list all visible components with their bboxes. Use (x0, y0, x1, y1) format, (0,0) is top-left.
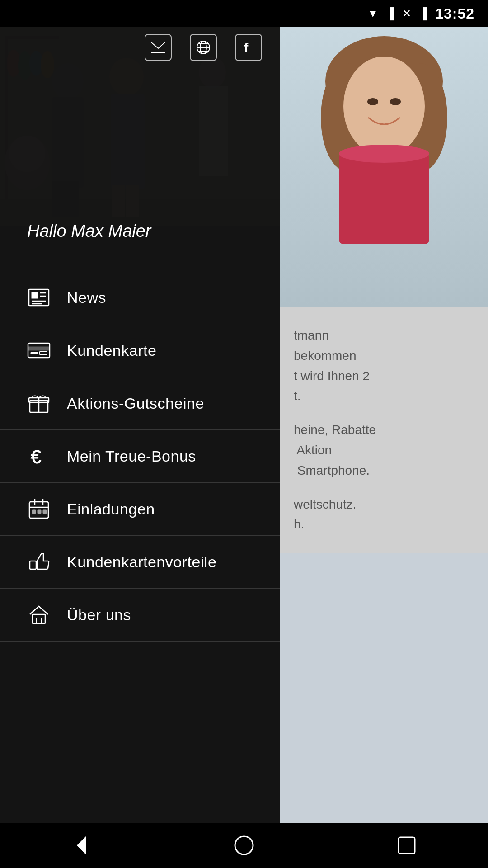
svg-rect-49 (33, 614, 45, 623)
svg-point-56 (367, 98, 378, 105)
menu-item-uber-uns[interactable]: Über uns (0, 589, 280, 642)
wifi-icon: ▼ (367, 7, 378, 20)
globe-button[interactable] (190, 34, 217, 61)
calendar-icon (27, 497, 51, 521)
svg-rect-46 (38, 510, 41, 514)
menu-item-vorteile[interactable]: Kundenkartenvorteile (0, 536, 280, 589)
back-button[interactable] (63, 827, 99, 863)
top-icon-bar: f (0, 27, 280, 68)
svg-rect-47 (43, 510, 47, 514)
svg-rect-48 (30, 561, 36, 569)
menu-list: News Kundenkarte Aktions-Gutscheine (0, 271, 280, 642)
recents-button[interactable] (389, 827, 425, 863)
gift-icon (27, 392, 51, 415)
thumbs-up-icon (27, 550, 51, 574)
svg-rect-50 (36, 618, 42, 623)
facebook-button[interactable]: f (235, 34, 262, 61)
svg-rect-28 (32, 292, 38, 298)
menu-label-vorteile: Kundenkartenvorteile (67, 553, 216, 571)
status-time: 13:52 (435, 5, 474, 22)
menu-label-einladungen: Einladungen (67, 500, 155, 518)
svg-rect-36 (40, 351, 47, 355)
menu-item-gutscheine[interactable]: Aktions-Gutscheine (0, 377, 280, 430)
menu-label-uber-uns: Über uns (67, 606, 131, 624)
svg-rect-35 (31, 352, 38, 354)
svg-rect-45 (32, 510, 36, 514)
battery-icon: ▐ (419, 7, 427, 20)
status-bar: ▼ ▐ ✕ ▐ 13:52 (0, 0, 488, 27)
svg-point-61 (235, 836, 253, 854)
euro-icon: € (27, 444, 51, 468)
email-button[interactable] (145, 34, 172, 61)
svg-rect-62 (399, 837, 415, 854)
main-content: tmannbekomment wird Ihnen 2t. heine, Rab… (280, 27, 488, 868)
menu-item-news[interactable]: News (0, 271, 280, 324)
signal-icon: ▐ (386, 7, 394, 20)
svg-marker-60 (77, 836, 86, 854)
news-icon (27, 286, 51, 309)
svg-text:f: f (244, 41, 249, 55)
menu-item-treue-bonus[interactable]: € Mein Treue-Bonus (0, 430, 280, 483)
menu-label-news: News (67, 289, 106, 307)
svg-point-59 (339, 145, 429, 163)
close-icon: ✕ (402, 7, 411, 20)
home-button[interactable] (226, 827, 262, 863)
greeting-text: Hallo Max Maier (27, 222, 151, 241)
svg-point-55 (343, 57, 425, 156)
menu-item-einladungen[interactable]: Einladungen (0, 483, 280, 536)
svg-rect-58 (339, 154, 429, 244)
menu-label-treue-bonus: Mein Treue-Bonus (67, 448, 196, 465)
svg-point-57 (390, 98, 401, 105)
menu-label-kundenkarte: Kundenkarte (67, 342, 156, 359)
svg-rect-34 (28, 347, 50, 350)
greeting-section: Hallo Max Maier (0, 199, 280, 259)
home-icon (27, 603, 51, 627)
navigation-bar (0, 823, 488, 868)
svg-text:€: € (31, 446, 41, 467)
menu-label-gutscheine: Aktions-Gutscheine (67, 395, 204, 412)
kundenkarte-icon (27, 339, 51, 362)
menu-item-kundenkarte[interactable]: Kundenkarte (0, 324, 280, 377)
